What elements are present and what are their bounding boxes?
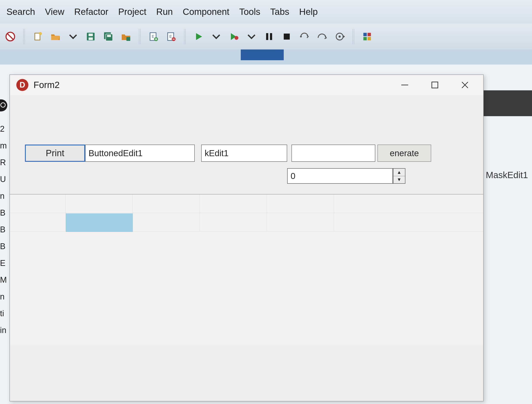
run-icon[interactable] bbox=[193, 31, 205, 43]
grid-cell[interactable] bbox=[133, 213, 200, 231]
edit-input[interactable] bbox=[291, 144, 375, 162]
save-icon[interactable] bbox=[85, 31, 97, 43]
svg-rect-10 bbox=[127, 37, 130, 41]
svg-point-23 bbox=[339, 35, 341, 38]
menu-refactor[interactable]: Refactor bbox=[74, 7, 108, 17]
grid-cell[interactable] bbox=[267, 213, 334, 231]
svg-rect-6 bbox=[89, 37, 93, 40]
spin-edit: 0 ▲ ▼ bbox=[287, 168, 405, 184]
menu-view[interactable]: View bbox=[45, 7, 64, 17]
save-project-icon[interactable] bbox=[120, 31, 132, 43]
delphi-app-icon: D bbox=[16, 79, 28, 91]
svg-rect-19 bbox=[270, 33, 272, 40]
grid-cell[interactable] bbox=[200, 213, 267, 231]
no-entry-icon[interactable] bbox=[4, 31, 16, 43]
window-title: Form2 bbox=[33, 80, 60, 90]
controls-row: Print ButtonedEdit1 kEdit1 enerate bbox=[25, 144, 459, 162]
menu-help[interactable]: Help bbox=[299, 7, 318, 17]
toolbar-separator bbox=[139, 29, 141, 44]
close-button[interactable] bbox=[453, 78, 477, 92]
menu-tabs[interactable]: Tabs bbox=[270, 7, 289, 17]
maskedit-label-background: MaskEdit1 bbox=[486, 170, 528, 180]
svg-rect-18 bbox=[266, 33, 268, 40]
menu-run[interactable]: Run bbox=[156, 7, 173, 17]
generate-button[interactable]: enerate bbox=[377, 144, 431, 162]
grid-row bbox=[10, 195, 483, 213]
mask-edit-input[interactable]: kEdit1 bbox=[201, 144, 287, 162]
maximize-button[interactable] bbox=[423, 78, 447, 92]
grid-cell[interactable] bbox=[133, 195, 200, 213]
print-button[interactable]: Print bbox=[25, 144, 85, 162]
tab-strip bbox=[0, 50, 532, 65]
menu-tools[interactable]: Tools bbox=[239, 7, 260, 17]
toolbar-separator bbox=[184, 29, 186, 44]
panel-toggle-icon[interactable] bbox=[0, 99, 7, 111]
main-menu-bar: Search View Refactor Project Run Compone… bbox=[0, 0, 532, 24]
grid-cell[interactable] bbox=[267, 195, 334, 213]
toolbar-separator bbox=[353, 29, 354, 44]
open-folder-icon[interactable] bbox=[50, 31, 62, 43]
menu-search[interactable]: Search bbox=[6, 7, 35, 17]
grid-selected-cell[interactable] bbox=[66, 213, 133, 232]
layout-grid-icon[interactable] bbox=[361, 31, 373, 43]
menu-project[interactable]: Project bbox=[118, 7, 146, 17]
svg-point-21 bbox=[300, 36, 302, 37]
svg-rect-24 bbox=[363, 33, 367, 36]
toolbar-separator bbox=[23, 29, 25, 44]
grid-cell[interactable] bbox=[66, 195, 133, 213]
pause-icon[interactable] bbox=[263, 31, 275, 43]
step-over-icon[interactable] bbox=[316, 31, 328, 43]
background-dark-strip bbox=[481, 90, 532, 116]
menu-component[interactable]: Component bbox=[183, 7, 229, 17]
svg-rect-27 bbox=[367, 37, 371, 40]
spin-buttons: ▲ ▼ bbox=[393, 168, 405, 184]
svg-text:E: E bbox=[169, 34, 172, 39]
svg-point-17 bbox=[234, 36, 238, 40]
active-editor-tab[interactable] bbox=[241, 50, 284, 60]
add-file-icon[interactable]: E bbox=[147, 31, 159, 43]
svg-rect-9 bbox=[107, 35, 111, 37]
stop-icon[interactable] bbox=[281, 31, 293, 43]
grid-cell[interactable] bbox=[10, 213, 66, 231]
run-no-debug-icon[interactable] bbox=[228, 31, 240, 43]
save-all-icon[interactable] bbox=[102, 31, 114, 43]
open-dropdown-icon[interactable] bbox=[67, 31, 79, 43]
new-file-icon[interactable] bbox=[32, 31, 44, 43]
titlebar[interactable]: D Form2 bbox=[10, 75, 483, 95]
form2-window: D Form2 Print ButtonedEdit1 kEdit1 enera… bbox=[9, 74, 484, 401]
run-to-cursor-icon[interactable] bbox=[334, 31, 346, 43]
buttoned-edit-input[interactable]: ButtonedEdit1 bbox=[85, 144, 195, 162]
svg-rect-25 bbox=[367, 33, 371, 36]
svg-text:E: E bbox=[152, 34, 154, 39]
grid-cell[interactable] bbox=[200, 195, 267, 213]
svg-rect-29 bbox=[432, 82, 438, 88]
string-grid[interactable] bbox=[10, 194, 483, 345]
spin-edit-input[interactable]: 0 bbox=[287, 168, 393, 184]
svg-rect-20 bbox=[284, 33, 290, 39]
run-no-debug-dropdown-icon[interactable] bbox=[246, 31, 258, 43]
spin-up-button[interactable]: ▲ bbox=[393, 169, 405, 176]
trace-into-icon[interactable] bbox=[298, 31, 310, 43]
remove-file-icon[interactable]: E bbox=[165, 31, 177, 43]
main-toolbar: E E bbox=[0, 24, 532, 50]
svg-point-3 bbox=[39, 32, 42, 35]
spin-down-button[interactable]: ▼ bbox=[393, 176, 405, 183]
grid-cell[interactable] bbox=[10, 195, 66, 213]
svg-rect-5 bbox=[89, 33, 93, 36]
svg-rect-26 bbox=[363, 37, 367, 40]
minimize-button[interactable] bbox=[393, 78, 417, 92]
run-dropdown-icon[interactable] bbox=[210, 31, 222, 43]
form-client-area: Print ButtonedEdit1 kEdit1 enerate 0 ▲ ▼ bbox=[10, 95, 483, 401]
